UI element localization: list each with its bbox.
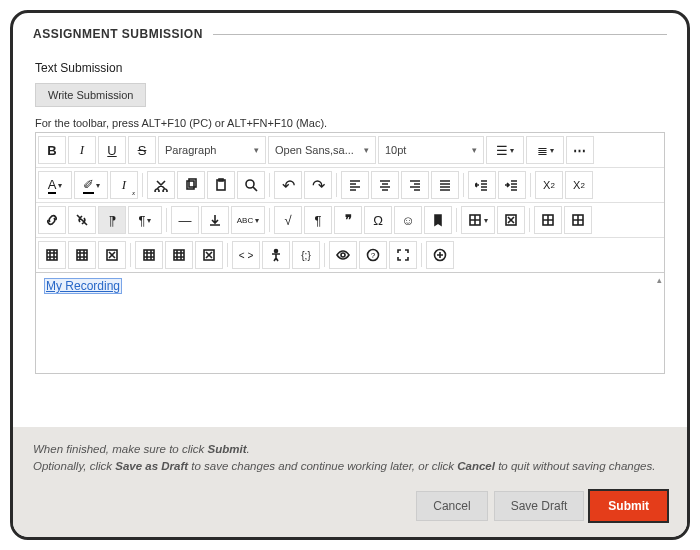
table-grid-icon	[142, 248, 156, 262]
table-button[interactable]: ▾	[461, 206, 495, 234]
accessibility-button[interactable]	[262, 241, 290, 269]
table-row-add-below-button[interactable]	[564, 206, 592, 234]
font-select[interactable]: Open Sans,sa... ▾	[268, 136, 376, 164]
text-color-button[interactable]: A▾	[38, 171, 72, 199]
align-center-button[interactable]	[371, 171, 399, 199]
insert-line-button[interactable]	[201, 206, 229, 234]
eye-icon	[336, 248, 350, 262]
indent-button[interactable]	[498, 171, 526, 199]
outdent-button[interactable]	[468, 171, 496, 199]
table-row-add-above-button[interactable]	[534, 206, 562, 234]
html-source-button[interactable]: < >	[232, 241, 260, 269]
ltr-icon: ¶	[109, 213, 116, 228]
italic-button[interactable]: I	[68, 136, 96, 164]
align-right-button[interactable]	[401, 171, 429, 199]
superscript-button[interactable]: X2	[535, 171, 563, 199]
insert-line-icon	[208, 213, 222, 227]
delete-table-button[interactable]	[497, 206, 525, 234]
clear-formatting-button[interactable]: Ix	[110, 171, 138, 199]
table-delete-col-button[interactable]	[98, 241, 126, 269]
add-content-button[interactable]	[426, 241, 454, 269]
table-grid-icon	[75, 248, 89, 262]
assignment-submission-panel: ASSIGNMENT SUBMISSION Text Submission Wr…	[10, 10, 690, 540]
footer-actions: Cancel Save Draft Submit	[33, 491, 667, 521]
find-button[interactable]	[237, 171, 265, 199]
more-button[interactable]: ⋯	[566, 136, 594, 164]
table-merge-button[interactable]	[135, 241, 163, 269]
help-icon: ?	[366, 248, 380, 262]
footer-text-fragment: to quit without saving changes.	[495, 460, 655, 472]
chevron-down-icon: ▾	[364, 145, 369, 155]
chevron-down-icon: ▾	[484, 216, 488, 225]
strikethrough-button[interactable]: S	[128, 136, 156, 164]
chevron-down-icon: ▾	[550, 146, 554, 155]
copy-button[interactable]	[177, 171, 205, 199]
cut-button[interactable]	[147, 171, 175, 199]
cancel-button[interactable]: Cancel	[416, 491, 487, 521]
toolbar-row-2: A▾ ✐▾ Ix ↶ ↷	[36, 168, 664, 203]
footer-text-fragment: When finished, make sure to click	[33, 443, 208, 455]
subscript-button[interactable]: X2	[565, 171, 593, 199]
divider	[227, 243, 228, 267]
indent-icon	[505, 178, 519, 192]
recording-link[interactable]: My Recording	[44, 278, 122, 294]
accessibility-icon	[269, 248, 283, 262]
unlink-button[interactable]	[68, 206, 96, 234]
section-title: ASSIGNMENT SUBMISSION	[33, 27, 203, 41]
blockquote-button[interactable]: ❞	[334, 206, 362, 234]
svg-rect-13	[174, 250, 184, 260]
paragraph-select[interactable]: Paragraph ▾	[158, 136, 266, 164]
divider	[456, 208, 457, 232]
svg-text:?: ?	[371, 251, 376, 260]
svg-point-4	[246, 180, 254, 188]
toolbar-row-4: < > {;} ?	[36, 238, 664, 273]
code-sample-button[interactable]: {;}	[292, 241, 320, 269]
underline-button[interactable]: U	[98, 136, 126, 164]
link-button[interactable]	[38, 206, 66, 234]
align-left-button[interactable]	[341, 171, 369, 199]
footer-text-fragment: Optionally, click	[33, 460, 115, 472]
equation-button[interactable]: √	[274, 206, 302, 234]
table-delete-icon	[105, 248, 119, 262]
table-col-left-button[interactable]	[38, 241, 66, 269]
bullet-list-button[interactable]: ☰▾	[486, 136, 524, 164]
delete-table-icon	[504, 213, 518, 227]
chevron-down-icon: ▾	[255, 216, 259, 225]
table-col-right-button[interactable]	[68, 241, 96, 269]
undo-button[interactable]: ↶	[274, 171, 302, 199]
fullscreen-icon	[396, 248, 410, 262]
numbered-list-button[interactable]: ≣▾	[526, 136, 564, 164]
section-header: ASSIGNMENT SUBMISSION	[13, 13, 687, 47]
save-draft-button[interactable]: Save Draft	[494, 491, 585, 521]
table-split-button[interactable]	[165, 241, 193, 269]
plus-circle-icon	[433, 248, 447, 262]
align-left-icon	[348, 178, 362, 192]
table-delete-icon	[202, 248, 216, 262]
submit-button[interactable]: Submit	[590, 491, 667, 521]
preview-button[interactable]	[329, 241, 357, 269]
outdent-icon	[475, 178, 489, 192]
redo-button[interactable]: ↷	[304, 171, 332, 199]
anchor-button[interactable]	[424, 206, 452, 234]
ltr-button[interactable]: ¶	[98, 206, 126, 234]
help-button[interactable]: ?	[359, 241, 387, 269]
align-center-icon	[378, 178, 392, 192]
svg-rect-9	[47, 250, 57, 260]
divider	[166, 208, 167, 232]
bold-button[interactable]: B	[38, 136, 66, 164]
write-submission-button[interactable]: Write Submission	[35, 83, 146, 107]
fullscreen-button[interactable]	[389, 241, 417, 269]
highlight-button[interactable]: ✐▾	[74, 171, 108, 199]
show-paragraph-button[interactable]: ¶	[304, 206, 332, 234]
table-delete-row-button[interactable]	[195, 241, 223, 269]
spellcheck-button[interactable]: ABC▾	[231, 206, 265, 234]
emoji-button[interactable]: ☺	[394, 206, 422, 234]
horizontal-rule-button[interactable]: —	[171, 206, 199, 234]
align-justify-button[interactable]	[431, 171, 459, 199]
rtl-button[interactable]: ¶▾	[128, 206, 162, 234]
special-char-button[interactable]: Ω	[364, 206, 392, 234]
editor-content-area[interactable]: My Recording ▴	[36, 273, 664, 373]
paste-button[interactable]	[207, 171, 235, 199]
size-select[interactable]: 10pt ▾	[378, 136, 484, 164]
link-icon	[45, 213, 59, 227]
